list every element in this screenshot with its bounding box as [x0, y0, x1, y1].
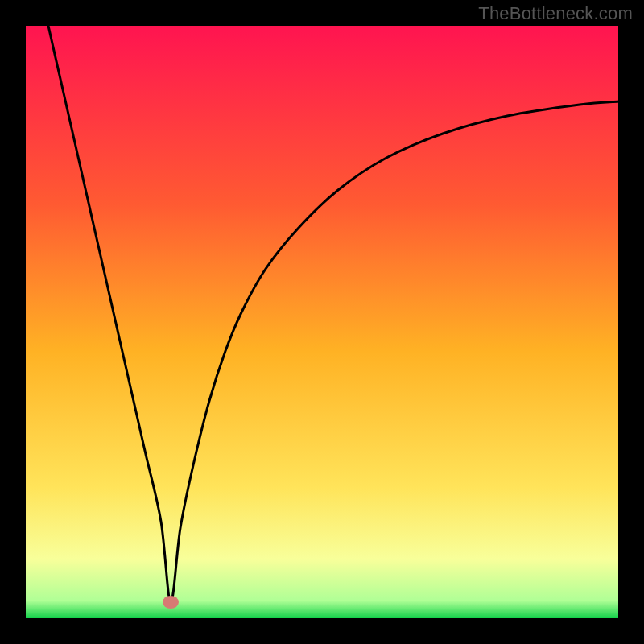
watermark-text: TheBottleneck.com [478, 3, 633, 24]
chart-container: TheBottleneck.com [0, 0, 644, 644]
chart-svg [0, 0, 644, 644]
notch-marker [163, 596, 179, 609]
